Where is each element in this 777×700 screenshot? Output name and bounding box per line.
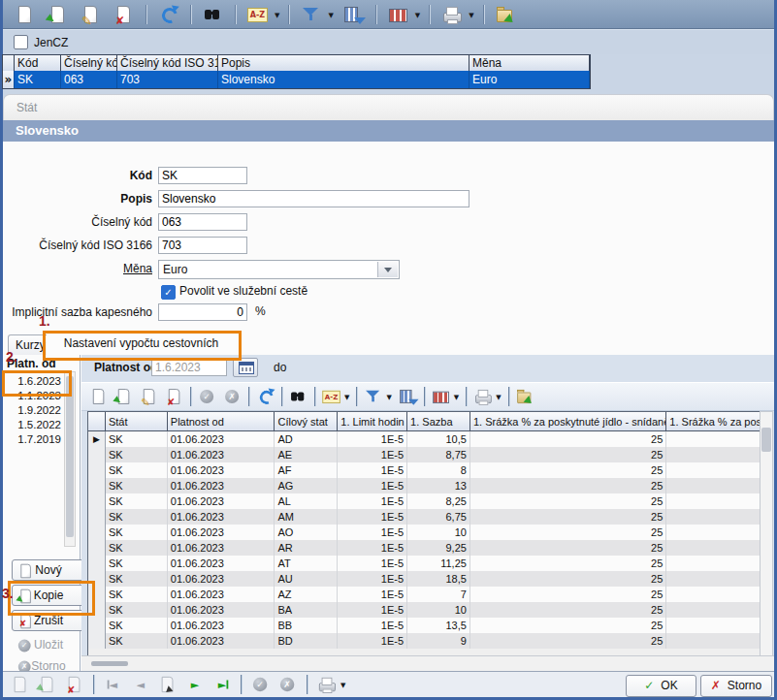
ok-circle-icon[interactable]: ✓ (197, 386, 217, 406)
scrollbar-thumb[interactable] (66, 376, 74, 537)
mena-label[interactable]: Měna (123, 260, 152, 277)
zrusit-button[interactable]: ✘ Zrušit (12, 610, 85, 631)
doc-delete-icon[interactable]: ✘ (164, 386, 184, 406)
ok-button[interactable]: ✓OK (626, 675, 696, 697)
grid-cell: 10 (407, 602, 470, 618)
print-icon[interactable] (440, 3, 464, 26)
sazba-input[interactable] (158, 303, 247, 321)
grid-row[interactable]: SK01.06.2023AT1E-511,2525 (88, 556, 772, 571)
ok-circle-icon[interactable]: ✓ (250, 674, 272, 695)
grid-row[interactable]: SK01.06.2023AG1E-51325 (88, 478, 772, 493)
export-icon[interactable] (495, 3, 518, 26)
doc-new-icon[interactable] (88, 386, 109, 406)
toolbar-separator (93, 675, 95, 694)
ciselny-kod-input[interactable] (158, 213, 247, 231)
mena-combobox[interactable]: Euro (158, 260, 400, 279)
date-list-item[interactable]: 1.6.2023 (3, 374, 61, 389)
print-icon[interactable] (316, 674, 338, 695)
grid-cell: 25 (470, 602, 666, 618)
doc-edit-icon[interactable]: ✎ (80, 3, 103, 26)
refresh-icon[interactable] (157, 3, 180, 26)
calendar-button[interactable] (233, 358, 258, 377)
grid-vertical-scrollbar[interactable] (760, 411, 773, 656)
grid-row[interactable]: ▶SK01.06.2023AD1E-510,525 (88, 431, 772, 447)
sort-az-icon[interactable]: A-Z (246, 3, 270, 26)
filter-icon[interactable] (364, 386, 384, 406)
grid-row[interactable]: SK01.06.2023AL1E-58,2525 (88, 493, 772, 509)
doc-new-icon[interactable] (10, 674, 31, 695)
grid-cell: AU (275, 571, 338, 587)
columns-icon[interactable] (431, 386, 451, 406)
dropdown-caret-icon[interactable]: ▼ (344, 394, 349, 401)
print-icon[interactable] (473, 386, 494, 406)
date-list-item[interactable]: 1.5.2022 (3, 418, 61, 432)
doc-delete-icon[interactable]: ✘ (64, 674, 85, 695)
export-icon[interactable] (515, 386, 535, 406)
filter-columns-icon[interactable] (342, 3, 366, 26)
columns-icon[interactable] (387, 3, 410, 26)
dropdown-caret-icon[interactable]: ▼ (496, 394, 501, 401)
grid-row[interactable]: SK01.06.2023AZ1E-5725 (88, 587, 772, 602)
grid-cell: 9,25 (407, 540, 470, 556)
dropdown-caret-icon[interactable]: ▼ (469, 12, 473, 19)
grid-cell: 01.06.2023 (168, 587, 275, 602)
kod-input[interactable] (158, 167, 247, 184)
nav-last-icon[interactable]: ► (211, 674, 233, 695)
grid-row[interactable]: SK01.06.2023AE1E-58,7525 (88, 447, 772, 462)
povolit-checkbox[interactable]: ✓ (161, 285, 176, 300)
storno-button[interactable]: ✗Storno (700, 675, 772, 697)
date-list-scrollbar[interactable] (64, 371, 76, 547)
grid-vscroll-thumb[interactable] (761, 428, 771, 452)
doc-new-icon[interactable] (14, 3, 37, 26)
grid-cell: SK (106, 587, 168, 602)
grid-row[interactable]: SK01.06.2023AR1E-59,2525 (88, 540, 772, 556)
dropdown-caret-icon[interactable]: ▼ (386, 394, 391, 401)
dropdown-caret-icon[interactable]: ▼ (454, 394, 459, 401)
grid-header-cell: Stát (106, 412, 168, 431)
doc-copy-icon[interactable] (47, 3, 70, 26)
novy-button[interactable]: Nový (12, 559, 85, 581)
mena-dropdown-icon[interactable] (377, 262, 398, 277)
nav-next-icon[interactable]: ► (184, 674, 206, 695)
popis-input[interactable] (158, 190, 469, 207)
dropdown-caret-icon[interactable]: ▼ (328, 12, 333, 19)
grid-row[interactable]: SK01.06.2023AU1E-518,525 (88, 571, 772, 587)
platnost-od-input[interactable] (151, 359, 227, 376)
grid-cell: 01.06.2023 (168, 431, 275, 447)
filter-icon[interactable] (300, 3, 323, 26)
dropdown-caret-icon[interactable]: ▼ (275, 12, 279, 19)
iso-kod-input[interactable] (158, 237, 247, 254)
find-icon[interactable] (202, 3, 225, 26)
sort-az-icon[interactable]: A-Z (321, 386, 341, 406)
cancel-circle-icon[interactable]: ✗ (222, 386, 243, 406)
cancel-circle-icon[interactable]: ✗ (277, 674, 299, 695)
grid-row[interactable]: SK01.06.2023AO1E-51025 (88, 525, 772, 540)
grid-hscroll-thumb[interactable] (91, 661, 128, 666)
doc-goto-icon[interactable] (157, 674, 178, 695)
nav-prev-icon[interactable]: ◄ (130, 674, 151, 695)
grid-row[interactable]: SK01.06.2023AF1E-5825 (88, 462, 772, 478)
nav-first-icon[interactable]: ◄ (103, 674, 124, 695)
jencz-checkbox[interactable] (14, 35, 28, 49)
doc-delete-icon[interactable]: ✘ (113, 3, 136, 26)
dropdown-caret-icon[interactable]: ▼ (340, 682, 345, 689)
date-list-item[interactable]: 1.1.2023 (3, 389, 61, 403)
grid-row[interactable]: SK01.06.2023BA1E-51025 (88, 602, 772, 618)
date-list-item[interactable]: 1.9.2022 (3, 403, 61, 418)
grid-row[interactable]: SK01.06.2023BD1E-5925 (88, 633, 772, 649)
countries-table-selected-row[interactable]: »SK063703SlovenskoEuro (3, 71, 590, 88)
refresh-icon[interactable] (255, 386, 275, 406)
find-icon[interactable] (288, 386, 308, 406)
date-list-item[interactable]: 1.7.2019 (3, 432, 61, 447)
doc-copy-icon[interactable] (37, 674, 58, 695)
tab-nastaveni-nahrad[interactable]: Nastavení vypočtu cestovních náhrad (47, 333, 236, 355)
dropdown-caret-icon[interactable]: ▼ (415, 12, 420, 19)
kopie-button[interactable]: Kopie (12, 585, 85, 606)
grid-row[interactable]: SK01.06.2023AM1E-56,7525 (88, 509, 772, 525)
doc-copy-icon[interactable] (113, 386, 134, 406)
grid-cell: 18,5 (407, 571, 470, 587)
doc-edit-icon[interactable]: ✎ (139, 386, 159, 406)
grid-horizontal-scrollbar[interactable] (81, 655, 774, 671)
grid-row[interactable]: SK01.06.2023BB1E-513,525 (88, 618, 772, 633)
filter-columns-icon[interactable] (398, 386, 418, 406)
